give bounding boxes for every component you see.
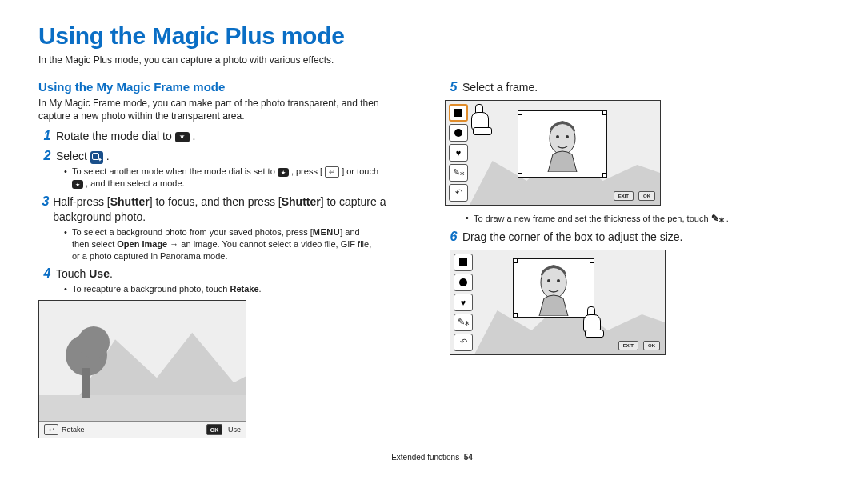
step-number: 6 bbox=[445, 230, 462, 244]
note-line: or a photo captured in Panorama mode. bbox=[72, 250, 227, 262]
face-illustration bbox=[538, 116, 586, 172]
illustration-scene: ♥ ✎⁎ ↶ bbox=[450, 250, 665, 354]
page-title: Using the Magic Plus mode bbox=[38, 22, 826, 50]
magic-frame-icon bbox=[90, 151, 103, 164]
step-number: 2 bbox=[38, 149, 56, 163]
frame-shape-toolbar: ♥ ✎⁎ ↶ bbox=[454, 254, 476, 351]
touch-hand-icon bbox=[468, 106, 490, 133]
right-column: 5 Select a frame. ♥ ✎⁎ ↶ bbox=[445, 75, 813, 438]
step-number: 1 bbox=[38, 129, 56, 143]
resize-handle[interactable] bbox=[602, 173, 607, 178]
figure-action-bar: EXIT OK bbox=[614, 191, 655, 201]
note-line: then select Open Image → an image. You c… bbox=[72, 238, 371, 250]
retake-label: Retake bbox=[62, 426, 85, 434]
svg-point-4 bbox=[547, 279, 550, 282]
text: . bbox=[193, 130, 196, 142]
circle-frame-button[interactable] bbox=[454, 274, 473, 291]
step-text: Select . bbox=[56, 149, 110, 164]
figure-bottom-bar: ↩ Retake OK Use bbox=[39, 421, 246, 438]
section-subtitle: Using the My Magic Frame mode bbox=[38, 80, 406, 94]
exit-button[interactable]: EXIT bbox=[618, 341, 638, 350]
mode-dial-icon: ★ bbox=[72, 180, 83, 189]
resize-handle[interactable] bbox=[590, 258, 594, 263]
step-3-notes: • To select a background photo from your… bbox=[64, 226, 406, 262]
step-3: 3 Half-press [Shutter] to focus, and the… bbox=[38, 194, 406, 225]
two-column-layout: Using the My Magic Frame mode In My Magi… bbox=[38, 75, 826, 438]
footer-page-number: 54 bbox=[464, 453, 473, 462]
ok-button[interactable]: OK bbox=[643, 341, 660, 350]
page-footer: Extended functions 54 bbox=[38, 453, 826, 462]
step-number: 4 bbox=[38, 266, 56, 281]
resize-handle[interactable] bbox=[518, 173, 522, 178]
tree-icon bbox=[78, 326, 110, 358]
page-intro: In the Magic Plus mode, you can capture … bbox=[38, 54, 826, 66]
illustration-scene: ♥ ✎⁎ ↶ bbox=[446, 101, 660, 205]
figure-select-frame: ♥ ✎⁎ ↶ bbox=[445, 100, 661, 206]
note-line: To select a background photo from your s… bbox=[72, 226, 360, 238]
back-key-icon: ↩ bbox=[44, 424, 58, 435]
note-line: To recapture a background photo, touch R… bbox=[72, 283, 262, 295]
circle-frame-button[interactable] bbox=[449, 124, 468, 142]
mode-dial-icon: ★ bbox=[278, 168, 289, 177]
step-1: 1 Rotate the mode dial to ★ . bbox=[38, 129, 406, 144]
back-key-icon: ↩ bbox=[325, 166, 339, 178]
step-2: 2 Select . bbox=[38, 149, 406, 164]
footer-section: Extended functions bbox=[391, 453, 459, 462]
pen-draw-icon: ✎⁎ bbox=[711, 213, 724, 224]
mode-dial-icon: ★ bbox=[175, 132, 190, 142]
illustration-scene bbox=[39, 301, 246, 421]
undo-button[interactable]: ↶ bbox=[454, 334, 473, 351]
text: . bbox=[106, 150, 110, 162]
undo-button[interactable]: ↶ bbox=[449, 184, 468, 202]
step-5-notes: • To draw a new frame and set the thickn… bbox=[466, 212, 813, 225]
draw-frame-button[interactable]: ✎⁎ bbox=[449, 164, 468, 182]
ground-shape bbox=[39, 395, 246, 421]
resize-handle[interactable] bbox=[602, 110, 607, 115]
step-2-notes: • To select another mode when the mode d… bbox=[64, 166, 406, 190]
svg-point-5 bbox=[557, 279, 560, 282]
tree-trunk bbox=[82, 368, 90, 398]
exit-button[interactable]: EXIT bbox=[614, 191, 634, 201]
touch-hand-icon bbox=[580, 308, 602, 335]
ok-key-icon: OK bbox=[206, 424, 222, 435]
frame-box[interactable] bbox=[518, 110, 607, 178]
use-button[interactable]: OK Use bbox=[202, 424, 246, 435]
heart-frame-button[interactable]: ♥ bbox=[449, 144, 468, 162]
heart-frame-button[interactable]: ♥ bbox=[454, 294, 473, 311]
resize-handle[interactable] bbox=[513, 313, 518, 318]
draw-frame-button[interactable]: ✎⁎ bbox=[454, 314, 473, 331]
svg-point-1 bbox=[556, 135, 559, 138]
note-line: To select another mode when the mode dia… bbox=[72, 166, 378, 178]
step-text: Rotate the mode dial to ★ . bbox=[56, 129, 195, 144]
step-text: Drag the corner of the box to adjust the… bbox=[462, 230, 683, 245]
figure-adjust-size: ♥ ✎⁎ ↶ bbox=[450, 250, 666, 355]
step-4-notes: • To recapture a background photo, touch… bbox=[64, 283, 406, 295]
step-text: Half-press [Shutter] to focus, and then … bbox=[53, 194, 406, 225]
figure-action-bar: EXIT OK bbox=[618, 341, 660, 350]
use-label: Use bbox=[228, 426, 241, 434]
step-5: 5 Select a frame. bbox=[445, 80, 813, 95]
note-line: To draw a new frame and set the thicknes… bbox=[474, 212, 729, 225]
menu-key-label: MENU bbox=[313, 226, 340, 238]
resize-handle[interactable] bbox=[513, 258, 518, 263]
resize-handle[interactable] bbox=[518, 110, 522, 115]
face-illustration bbox=[530, 260, 578, 316]
step-text: Select a frame. bbox=[462, 80, 538, 95]
step-number: 3 bbox=[38, 194, 53, 209]
step-text: Touch Use. bbox=[56, 266, 113, 282]
retake-button[interactable]: ↩ Retake bbox=[39, 424, 90, 435]
section-description: In My Magic Frame mode, you can make par… bbox=[38, 97, 406, 122]
ok-button[interactable]: OK bbox=[638, 191, 655, 201]
square-frame-button[interactable] bbox=[454, 254, 473, 271]
text: Select bbox=[56, 150, 90, 162]
step-6: 6 Drag the corner of the box to adjust t… bbox=[445, 230, 813, 245]
step-number: 5 bbox=[445, 80, 462, 94]
figure-background-photo: ↩ Retake OK Use bbox=[38, 300, 246, 438]
manual-page: Using the Magic Plus mode In the Magic P… bbox=[0, 0, 864, 481]
svg-point-2 bbox=[566, 135, 569, 138]
text: Rotate the mode dial to bbox=[56, 130, 175, 142]
square-frame-button[interactable] bbox=[449, 104, 468, 122]
step-4: 4 Touch Use. bbox=[38, 266, 406, 282]
left-column: Using the My Magic Frame mode In My Magi… bbox=[38, 75, 406, 438]
note-line: ★ , and then select a mode. bbox=[72, 178, 185, 190]
